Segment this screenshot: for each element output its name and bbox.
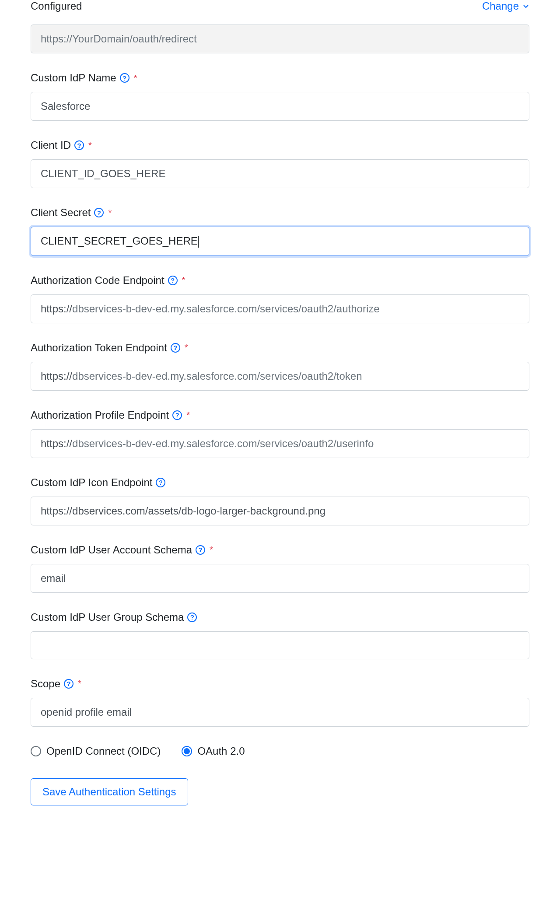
idp-name-label: Custom IdP Name <box>31 72 116 84</box>
radio-circle-icon <box>31 746 41 756</box>
required-indicator: * <box>182 275 186 285</box>
required-indicator: * <box>88 140 92 150</box>
help-icon[interactable]: ? <box>156 478 165 487</box>
help-icon[interactable]: ? <box>196 545 205 555</box>
required-indicator: * <box>78 679 81 689</box>
client-secret-label: Client Secret <box>31 206 91 219</box>
url-prefix: https:// <box>41 438 72 449</box>
required-indicator: * <box>134 73 137 83</box>
help-icon[interactable]: ? <box>187 612 197 622</box>
account-schema-label: Custom IdP User Account Schema <box>31 544 192 556</box>
radio-oauth[interactable]: OAuth 2.0 <box>182 745 245 757</box>
auth-token-label: Authorization Token Endpoint <box>31 342 167 354</box>
auth-profile-input[interactable]: https://dbservices-b-dev-ed.my.salesforc… <box>31 429 529 458</box>
auth-token-input[interactable]: https://dbservices-b-dev-ed.my.salesforc… <box>31 362 529 391</box>
required-indicator: * <box>210 545 213 555</box>
idp-name-input[interactable]: Salesforce <box>31 92 529 121</box>
url-prefix: https:// <box>41 370 72 382</box>
auth-profile-label: Authorization Profile Endpoint <box>31 409 169 421</box>
client-secret-value: CLIENT_SECRET_GOES_HERE <box>41 235 198 247</box>
help-icon[interactable]: ? <box>74 140 84 150</box>
required-indicator: * <box>185 343 188 353</box>
group-schema-label: Custom IdP User Group Schema <box>31 611 184 623</box>
url-prefix: https:// <box>41 303 72 315</box>
url-suffix: dbservices-b-dev-ed.my.salesforce.com/se… <box>72 438 374 449</box>
chevron-down-icon <box>522 3 529 10</box>
change-link-label: Change <box>482 0 519 12</box>
radio-oidc[interactable]: OpenID Connect (OIDC) <box>31 745 161 757</box>
radio-circle-icon <box>182 746 192 756</box>
help-icon[interactable]: ? <box>120 73 130 83</box>
required-indicator: * <box>108 208 112 218</box>
icon-endpoint-label: Custom IdP Icon Endpoint <box>31 476 152 489</box>
client-id-label: Client ID <box>31 139 71 151</box>
required-indicator: * <box>186 410 190 420</box>
client-id-input[interactable]: CLIENT_ID_GOES_HERE <box>31 159 529 188</box>
auth-code-input[interactable]: https://dbservices-b-dev-ed.my.salesforc… <box>31 294 529 323</box>
help-icon[interactable]: ? <box>168 276 178 285</box>
auth-code-label: Authorization Code Endpoint <box>31 274 164 287</box>
configured-label: Configured <box>31 0 82 12</box>
help-icon[interactable]: ? <box>172 410 182 420</box>
scope-input[interactable]: openid profile email <box>31 698 529 727</box>
help-icon[interactable]: ? <box>94 208 104 217</box>
client-secret-input[interactable]: CLIENT_SECRET_GOES_HERE <box>31 227 529 256</box>
group-schema-input[interactable] <box>31 631 529 659</box>
scope-label: Scope <box>31 678 60 690</box>
radio-oauth-label: OAuth 2.0 <box>197 745 245 757</box>
icon-endpoint-input[interactable]: https://dbservices.com/assets/db-logo-la… <box>31 497 529 525</box>
text-caret <box>198 236 199 248</box>
help-icon[interactable]: ? <box>64 679 74 689</box>
radio-oidc-label: OpenID Connect (OIDC) <box>46 745 161 757</box>
account-schema-input[interactable]: email <box>31 564 529 593</box>
change-link[interactable]: Change <box>482 0 529 12</box>
help-icon[interactable]: ? <box>171 343 180 353</box>
save-auth-settings-button[interactable]: Save Authentication Settings <box>31 778 188 805</box>
url-suffix: dbservices-b-dev-ed.my.salesforce.com/se… <box>72 370 362 382</box>
redirect-url-field: https://YourDomain/oauth/redirect <box>31 24 529 53</box>
url-suffix: dbservices-b-dev-ed.my.salesforce.com/se… <box>72 303 380 315</box>
